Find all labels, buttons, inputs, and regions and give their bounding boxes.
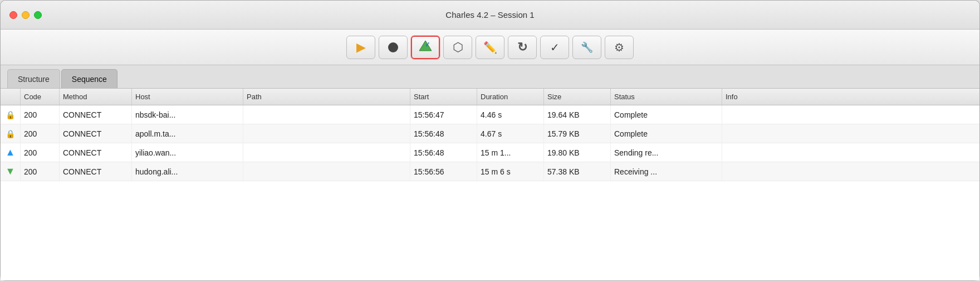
col-header-start: Start xyxy=(410,89,477,105)
row-status-icon: 🔒 xyxy=(1,124,21,143)
lock-icon: 🔒 xyxy=(6,110,15,119)
row-path xyxy=(243,143,410,162)
table-body: 🔒 200 CONNECT nbsdk-bai... 15:56:47 4.46… xyxy=(1,105,979,181)
row-code: 200 xyxy=(21,105,60,124)
col-header-duration: Duration xyxy=(477,89,544,105)
row-host: apoll.m.ta... xyxy=(132,124,243,143)
close-button[interactable] xyxy=(9,11,17,19)
row-duration: 15 m 1... xyxy=(477,143,544,162)
svg-text:z: z xyxy=(428,41,429,45)
row-path xyxy=(243,105,410,124)
row-method: CONNECT xyxy=(60,162,132,181)
row-host: nbsdk-bai... xyxy=(132,105,243,124)
record-button[interactable] xyxy=(379,36,408,59)
row-status-icon: ▲ xyxy=(1,143,21,162)
row-size: 19.80 KB xyxy=(544,143,611,162)
row-start: 15:56:48 xyxy=(410,124,477,143)
throttle-icon: z z xyxy=(418,38,433,56)
row-status: Complete xyxy=(611,124,722,143)
table-row[interactable]: 🔒 200 CONNECT apoll.m.ta... 15:56:48 4.6… xyxy=(1,124,979,143)
col-header-path: Path xyxy=(243,89,410,105)
toolbar: ▶ z z ⬡ ✏️ xyxy=(1,30,979,65)
table-row[interactable]: 🔒 200 CONNECT nbsdk-bai... 15:56:47 4.46… xyxy=(1,105,979,124)
row-start: 15:56:56 xyxy=(410,162,477,181)
window-title: Charles 4.2 – Session 1 xyxy=(445,10,534,20)
row-size: 15.79 KB xyxy=(544,124,611,143)
col-header-size: Size xyxy=(544,89,611,105)
row-host: yiliao.wan... xyxy=(132,143,243,162)
validate-button[interactable]: ✓ xyxy=(540,36,569,59)
table-row[interactable]: ▲ 200 CONNECT yiliao.wan... 15:56:48 15 … xyxy=(1,143,979,162)
row-status-icon: ▼ xyxy=(1,162,21,181)
row-info xyxy=(722,143,979,162)
repeat-icon: ↻ xyxy=(517,40,527,55)
tools-icon: 🔧 xyxy=(581,41,593,54)
settings-icon: ⚙ xyxy=(614,41,624,54)
titlebar: Charles 4.2 – Session 1 xyxy=(1,1,979,30)
row-path xyxy=(243,162,410,181)
tab-structure[interactable]: Structure xyxy=(7,69,60,88)
minimize-button[interactable] xyxy=(22,11,30,19)
main-window: Charles 4.2 – Session 1 ▶ z z xyxy=(0,0,980,281)
pointer-button[interactable]: ▶ xyxy=(346,36,375,59)
col-header-code: Code xyxy=(21,89,60,105)
row-method: CONNECT xyxy=(60,105,132,124)
tools-button[interactable]: 🔧 xyxy=(572,36,601,59)
stop-icon: ⬡ xyxy=(453,40,463,55)
settings-button[interactable]: ⚙ xyxy=(605,36,634,59)
table-header: Code Method Host Path Start Duration Siz… xyxy=(1,89,979,105)
row-duration: 4.67 s xyxy=(477,124,544,143)
row-method: CONNECT xyxy=(60,124,132,143)
row-size: 19.64 KB xyxy=(544,105,611,124)
record-icon xyxy=(388,42,398,52)
row-method: CONNECT xyxy=(60,143,132,162)
col-header-info: Info xyxy=(722,89,979,105)
col-header-status: Status xyxy=(611,89,722,105)
row-start: 15:56:47 xyxy=(410,105,477,124)
row-code: 200 xyxy=(21,143,60,162)
row-size: 57.38 KB xyxy=(544,162,611,181)
download-icon: ▼ xyxy=(6,166,16,177)
row-code: 200 xyxy=(21,162,60,181)
col-header-icon xyxy=(1,89,21,105)
row-duration: 4.46 s xyxy=(477,105,544,124)
row-host: hudong.ali... xyxy=(132,162,243,181)
row-status: Complete xyxy=(611,105,722,124)
lock-icon: 🔒 xyxy=(6,129,15,138)
row-info xyxy=(722,105,979,124)
table-area: Code Method Host Path Start Duration Siz… xyxy=(1,89,979,280)
svg-marker-0 xyxy=(419,41,432,51)
row-duration: 15 m 6 s xyxy=(477,162,544,181)
validate-icon: ✓ xyxy=(550,41,560,54)
upload-icon: ▲ xyxy=(6,147,16,158)
tabbar: Structure Sequence xyxy=(1,65,979,89)
tab-sequence[interactable]: Sequence xyxy=(61,69,117,88)
row-status: Receiving ... xyxy=(611,162,722,181)
col-header-method: Method xyxy=(60,89,132,105)
row-info xyxy=(722,162,979,181)
row-status-icon: 🔒 xyxy=(1,105,21,124)
row-info xyxy=(722,124,979,143)
col-header-host: Host xyxy=(132,89,243,105)
compose-icon: ✏️ xyxy=(483,41,497,54)
row-status: Sending re... xyxy=(611,143,722,162)
stop-button[interactable]: ⬡ xyxy=(443,36,472,59)
pointer-icon: ▶ xyxy=(356,40,366,55)
table-row[interactable]: ▼ 200 CONNECT hudong.ali... 15:56:56 15 … xyxy=(1,162,979,181)
compose-button[interactable]: ✏️ xyxy=(476,36,504,59)
row-start: 15:56:48 xyxy=(410,143,477,162)
repeat-button[interactable]: ↻ xyxy=(508,36,537,59)
throttle-button[interactable]: z z xyxy=(411,36,440,59)
maximize-button[interactable] xyxy=(34,11,42,19)
traffic-lights xyxy=(9,11,42,19)
row-code: 200 xyxy=(21,124,60,143)
row-path xyxy=(243,124,410,143)
